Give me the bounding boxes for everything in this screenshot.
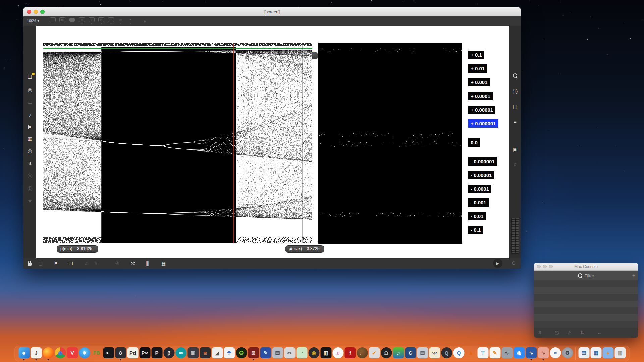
wifi-app-dock-item[interactable]: ≈ xyxy=(550,347,561,361)
mixer-icon[interactable]: ♯ xyxy=(509,161,521,167)
increment-button[interactable]: + 0.01 xyxy=(468,64,487,73)
increment-button[interactable]: + 0.0001 xyxy=(468,92,493,100)
audio-monitor-dock-item[interactable]: ∿ xyxy=(538,347,549,361)
increment-button[interactable]: - 0.1 xyxy=(468,226,483,234)
increment-button[interactable]: - 0.001 xyxy=(468,198,489,207)
sync-locks-app-dock-item[interactable]: ⊠ xyxy=(248,347,259,361)
mu-min-messagebox[interactable]: μ(min) = 3.81625 xyxy=(57,245,98,253)
wrench-icon[interactable]: ⚒ xyxy=(131,260,135,266)
finder-dock-item[interactable]: ☻ xyxy=(18,347,30,361)
increment-button[interactable]: + 0.00001 xyxy=(468,106,495,114)
sort-icon[interactable]: ⇅ xyxy=(580,330,584,335)
vlc-dock-item[interactable]: ▲ xyxy=(465,347,477,361)
step-sequencer-icon[interactable]: ▦ xyxy=(161,260,166,266)
increment-button[interactable]: - 0.01 xyxy=(468,212,486,220)
console-panel-icon[interactable]: ▭ xyxy=(23,99,36,105)
quicktime-dock-item[interactable]: Q xyxy=(453,347,465,361)
increment-button[interactable]: - 0.0001 xyxy=(468,185,491,193)
favorites-icon[interactable]: ★ xyxy=(23,198,36,204)
midi-keys-app-dock-item[interactable]: ▥ xyxy=(320,347,332,361)
pure-data-dock-item[interactable]: Pd xyxy=(127,347,139,361)
playbar-icon[interactable]: ▸▾ xyxy=(98,17,104,25)
timestamps-icon[interactable]: ◷ xyxy=(555,330,559,335)
errors-filter-icon[interactable]: ⚠ xyxy=(568,330,572,335)
firefox-dock-item[interactable] xyxy=(43,347,54,361)
piano-roll-icon[interactable]: ||| xyxy=(146,260,149,266)
beta-app-dock-item[interactable]: β xyxy=(163,347,175,361)
safari-dock-item[interactable]: ✵ xyxy=(79,347,90,361)
grid-icon[interactable]: # xyxy=(95,260,97,266)
journal-app-dock-item[interactable]: J xyxy=(31,347,42,361)
chrome-dock-item[interactable]: ◉ xyxy=(55,347,66,361)
bifurcation-display[interactable] xyxy=(43,43,312,243)
video-files-icon[interactable]: ▶ xyxy=(23,124,36,130)
console-titlebar[interactable]: Max Console xyxy=(534,263,638,271)
keynote-dock-item[interactable]: ⊤ xyxy=(477,347,489,361)
inspector-icon[interactable]: ⓘ xyxy=(509,88,521,95)
p5-app-dock-item[interactable]: P∞ xyxy=(139,347,151,361)
media-converter-dock-item[interactable]: ♫ xyxy=(393,347,404,361)
medal-app-dock-item[interactable]: ◉ xyxy=(308,347,320,361)
itunes-dock-item[interactable]: ♫ xyxy=(332,347,344,361)
snapshot-camera-icon[interactable]: ▣ xyxy=(509,146,521,153)
increment-button[interactable]: - 0.00001 xyxy=(468,171,494,179)
audio-files-icon[interactable]: ♪ xyxy=(23,112,36,118)
vizzie-icon[interactable]: ⓥ xyxy=(23,173,36,179)
attach-icon[interactable]: ✇ xyxy=(115,260,119,266)
console-filter-input[interactable]: Filter xyxy=(585,273,594,278)
search-icon[interactable] xyxy=(509,73,521,79)
add-filter-button[interactable]: + xyxy=(632,272,635,278)
home-g-app-dock-item[interactable]: G xyxy=(405,347,416,361)
lock-icon[interactable] xyxy=(28,260,32,267)
zoom-app-dock-item[interactable]: ◉ xyxy=(514,347,525,361)
trash-dock-item[interactable]: ▥ xyxy=(614,347,626,361)
image-files-icon[interactable]: ▦ xyxy=(23,136,36,142)
scanner-app-dock-item[interactable]: ▤ xyxy=(272,347,283,361)
console-log-list[interactable] xyxy=(534,280,638,328)
add-object-icon[interactable]: +▾ xyxy=(127,17,133,25)
quicktime-7-dock-item[interactable]: Q xyxy=(441,347,452,361)
select-mode-icon[interactable]: ▢ xyxy=(38,260,43,266)
object-box-icon[interactable] xyxy=(50,17,56,25)
check-app-dock-item[interactable]: ✔ xyxy=(369,347,380,361)
dial-icon[interactable]: ◷▾ xyxy=(118,17,124,25)
sound-matrix-display[interactable] xyxy=(318,43,462,244)
intel-power-gadget-dock-item[interactable]: ∿ xyxy=(526,347,537,361)
reference-list-icon[interactable]: ≡ xyxy=(509,119,521,124)
arduino-dock-item[interactable]: ∞ xyxy=(175,347,187,361)
zoom-level-control[interactable]: 100% ▾ xyxy=(27,19,39,23)
pages-dock-item[interactable]: ✎ xyxy=(489,347,501,361)
blueprint-app-dock-item[interactable]: ✎ xyxy=(260,347,271,361)
controller-app-dock-item[interactable]: ◙ xyxy=(200,347,211,361)
system-preferences-dock-item[interactable]: ⚙ xyxy=(562,347,573,361)
increment-button[interactable]: + 0.001 xyxy=(468,78,490,86)
run-button[interactable]: ▶ xyxy=(493,259,502,268)
photo-edit-app-dock-item[interactable]: ✂ xyxy=(284,347,296,361)
back-icon[interactable]: ← xyxy=(597,330,602,335)
audio-status-icon[interactable]: ◎ xyxy=(23,87,36,93)
new-object-icon[interactable]: m xyxy=(59,17,65,25)
mu-max-messagebox[interactable]: μ(max) = 3.8725 xyxy=(285,245,324,253)
image-viewer-dock-item[interactable]: ▤ xyxy=(417,347,428,361)
app-8-dock-item[interactable]: 8 xyxy=(115,347,126,361)
slider-icon[interactable]: –▾ xyxy=(108,17,114,25)
stack-documents-dock-item[interactable]: ▤ xyxy=(578,347,590,361)
titlebar[interactable]: [screen] xyxy=(23,7,521,17)
presentation-mode-icon[interactable]: ⚑ xyxy=(54,260,58,266)
clear-console-icon[interactable]: ✕ xyxy=(538,330,542,335)
layers-icon[interactable]: ❏ xyxy=(69,260,73,266)
plugins-icon[interactable]: ↯ xyxy=(23,161,36,167)
comment-icon[interactable] xyxy=(69,17,75,25)
paint-bucket-icon[interactable]: ⬧ xyxy=(144,19,146,24)
sidebar-panels-icon[interactable]: ◫ xyxy=(509,104,521,110)
audio-power-icon[interactable]: ⊙ xyxy=(512,260,516,266)
vivaldi-dock-item[interactable]: V xyxy=(67,347,78,361)
toggle-icon[interactable]: ✕▾ xyxy=(79,17,85,25)
beap-icon[interactable]: ⓑ xyxy=(23,186,36,192)
cube-app-dock-item[interactable]: ▣ xyxy=(187,347,199,361)
increment-button[interactable]: - 0.000001 xyxy=(468,157,497,166)
terminal-dock-item[interactable]: >_ xyxy=(103,347,114,361)
flash-player-dock-item[interactable]: f xyxy=(344,347,356,361)
disk-doctor-dock-item[interactable]: ∿ xyxy=(501,347,513,361)
garageband-dock-item[interactable]: ♩ xyxy=(357,347,368,361)
